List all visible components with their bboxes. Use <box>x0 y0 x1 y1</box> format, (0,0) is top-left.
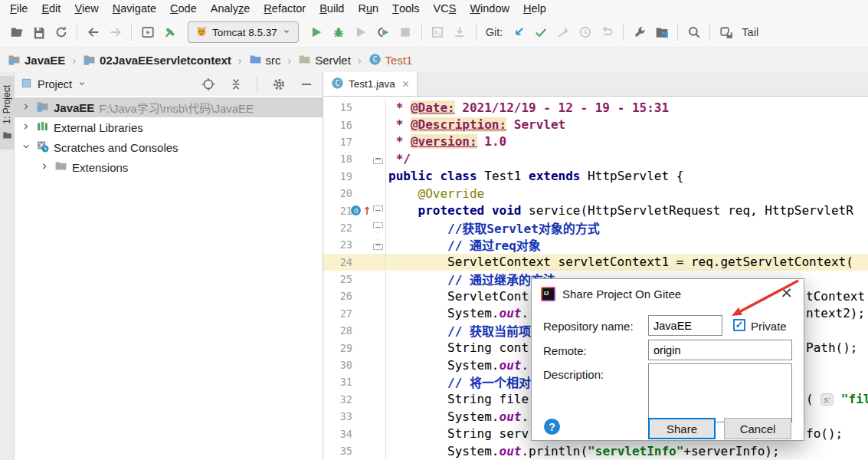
module-folder-icon <box>8 53 21 68</box>
stripe-project-label: 1: Project <box>2 85 12 124</box>
gutter <box>359 391 386 408</box>
code-line-24[interactable]: 24 ServletContext servletContext1 = req.… <box>323 254 868 271</box>
terminal-icon[interactable] <box>427 22 448 43</box>
breadcrumb-item-javaee[interactable]: JavaEE <box>6 53 67 68</box>
menu-edit[interactable]: Edit <box>34 0 67 17</box>
menu-view[interactable]: View <box>67 0 105 17</box>
menu-file[interactable]: File <box>3 0 34 17</box>
chevron-right-icon[interactable] <box>21 121 31 134</box>
git-merge-icon[interactable] <box>552 22 573 43</box>
arrow-forward-icon[interactable] <box>105 22 126 43</box>
project-tree: JavaEE F:\Java学习\msb\代码\JavaEEExternal L… <box>15 96 323 460</box>
menu-build[interactable]: Build <box>313 0 351 17</box>
share-button[interactable]: Share <box>648 418 716 439</box>
gutter <box>359 271 386 288</box>
tree-item-extensions[interactable]: Extensions <box>15 157 323 177</box>
fold-marker-icon[interactable] <box>373 239 383 250</box>
fold-marker-icon[interactable] <box>373 205 383 216</box>
fold-marker-icon[interactable] <box>373 153 383 164</box>
tree-item-scratches-and-consoles[interactable]: Scratches and Consoles <box>15 137 323 157</box>
code-line-16[interactable]: 16 * @Description: Servlet <box>323 116 868 133</box>
code-line-15[interactable]: 15 * @Date: 2021/12/19 - 12 - 19 - 15:31 <box>323 99 868 116</box>
gear-icon[interactable] <box>268 74 289 94</box>
code-line-23[interactable]: 23 // 通过req对象 <box>323 236 868 253</box>
collapse-all-icon[interactable] <box>225 74 246 94</box>
line-number: 26 <box>323 288 359 304</box>
breadcrumb-item-src[interactable]: src <box>247 53 283 68</box>
code-line-18[interactable]: 18 */ <box>323 150 868 167</box>
tree-item-external-libraries[interactable]: External Libraries <box>15 117 323 137</box>
git-update-icon[interactable] <box>508 22 529 43</box>
tree-item-javaee[interactable]: JavaEE F:\Java学习\msb\代码\JavaEE <box>15 97 323 117</box>
close-icon[interactable]: × <box>402 78 409 90</box>
dialog-title-bar[interactable]: IJ Share Project On Gitee <box>532 279 804 308</box>
description-textarea[interactable] <box>648 363 792 422</box>
code-line-22[interactable]: 22 //获取Servlet对象的方式 <box>323 219 868 236</box>
breadcrumb-item-servlet[interactable]: Servlet <box>296 53 352 68</box>
menu-tools[interactable]: Tools <box>385 0 426 17</box>
search-icon[interactable] <box>683 22 704 43</box>
stripe-project-button[interactable]: 1: Project <box>0 76 14 150</box>
menu-vcs[interactable]: VCS <box>427 0 463 17</box>
hammer-icon[interactable] <box>159 22 180 43</box>
run-icon[interactable] <box>306 22 327 43</box>
menu-refactor[interactable]: Refactor <box>257 0 313 17</box>
history-icon[interactable] <box>575 22 595 43</box>
stop-icon[interactable] <box>395 22 416 43</box>
remote-input[interactable] <box>648 340 792 360</box>
sync-icon[interactable] <box>51 22 71 43</box>
project-tool-window-icon <box>21 77 32 91</box>
breadcrumb-item-test1[interactable]: CTest1 <box>367 53 414 68</box>
debug-icon[interactable] <box>329 22 349 43</box>
gutter <box>359 305 386 322</box>
help-icon[interactable]: ? <box>544 419 560 435</box>
separator <box>77 24 77 41</box>
src-folder-icon <box>249 53 262 68</box>
cancel-button[interactable]: Cancel <box>724 418 791 439</box>
folder-icon <box>2 130 12 143</box>
code-line-17[interactable]: 17 * @version: 1.0 <box>323 133 868 150</box>
rollback-icon[interactable] <box>597 22 617 43</box>
code-line-35[interactable]: 35 System.out.println("servletInfo"+serv… <box>323 442 868 459</box>
chevron-right-icon[interactable] <box>21 101 31 114</box>
code-line-21[interactable]: 21o↑ protected void service(HttpServletR… <box>323 202 868 219</box>
menu-analyze[interactable]: Analyze <box>204 0 257 17</box>
tail-label: Tail <box>742 26 758 38</box>
menu-navigate[interactable]: Navigate <box>106 0 163 17</box>
menu-run[interactable]: Run <box>351 0 385 17</box>
fold-marker-icon[interactable] <box>373 222 383 233</box>
private-checkbox[interactable]: ✓ <box>733 319 745 331</box>
menu-code[interactable]: Code <box>163 0 204 17</box>
arrow-back-icon[interactable] <box>83 22 103 43</box>
wrench-icon[interactable] <box>629 22 650 43</box>
repository-name-input[interactable] <box>648 315 722 336</box>
project-panel-header: Project <box>15 72 323 96</box>
download-icon[interactable] <box>450 22 470 43</box>
play-icon[interactable] <box>351 22 372 43</box>
dialog-close-icon[interactable]: × <box>780 284 793 300</box>
save-icon[interactable] <box>28 22 49 43</box>
menu-help[interactable]: Help <box>516 0 553 17</box>
git-commit-icon[interactable] <box>530 22 551 43</box>
run-window-icon[interactable] <box>137 22 158 43</box>
run-coverage-icon[interactable] <box>373 22 394 43</box>
chevron-right-icon[interactable] <box>39 161 50 174</box>
tab-test1-java[interactable]: C Test1.java × <box>323 72 418 96</box>
menu-window[interactable]: Window <box>463 0 516 17</box>
breadcrumb-item-02javaeeservletcontext[interactable]: 02JavaEEservletcontext <box>81 53 233 68</box>
libraries-icon <box>36 120 49 135</box>
hide-panel-icon[interactable] <box>296 74 316 94</box>
locate-file-icon[interactable] <box>198 74 218 94</box>
project-panel-title[interactable]: Project <box>38 78 72 90</box>
code-line-20[interactable]: 20 @Override <box>323 185 868 202</box>
plugin-icon[interactable] <box>716 22 736 43</box>
code-line-19[interactable]: 19public class Test1 extends HttpServlet… <box>323 168 868 185</box>
project-structure-icon[interactable] <box>651 22 672 43</box>
chevron-down-icon[interactable] <box>21 141 31 154</box>
chevron-down-icon[interactable] <box>77 78 87 90</box>
open-folder-icon[interactable] <box>6 22 27 43</box>
tree-item-path: F:\Java学习\msb\代码\JavaEE <box>99 100 254 116</box>
code-text: ServletContext servletContext1 = req.get… <box>386 255 853 269</box>
overriding-method-icon[interactable]: o <box>351 205 361 215</box>
run-configuration-select[interactable]: Tomcat 8.5.37 <box>188 21 299 43</box>
